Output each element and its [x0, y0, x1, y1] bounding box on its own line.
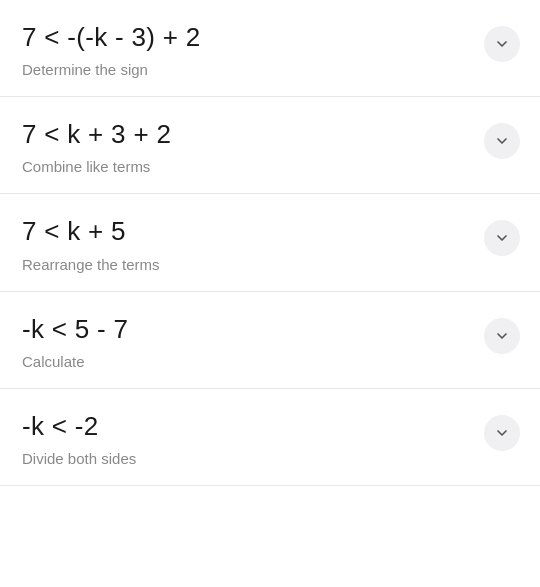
step-equation-5: -k < -2	[22, 411, 484, 442]
steps-container: 7 < -(-k - 3) + 2Determine the sign7 < k…	[0, 0, 540, 486]
chevron-down-icon	[494, 36, 510, 52]
step-equation-2: 7 < k + 3 + 2	[22, 119, 484, 150]
step-content-2: 7 < k + 3 + 2Combine like terms	[22, 119, 484, 175]
chevron-button-4[interactable]	[484, 318, 520, 354]
step-label-3: Rearrange the terms	[22, 256, 484, 273]
step-label-1: Determine the sign	[22, 61, 484, 78]
step-equation-1: 7 < -(-k - 3) + 2	[22, 22, 484, 53]
chevron-down-icon	[494, 133, 510, 149]
step-item-4: -k < 5 - 7Calculate	[0, 292, 540, 389]
chevron-down-icon	[494, 425, 510, 441]
step-equation-3: 7 < k + 5	[22, 216, 484, 247]
chevron-button-5[interactable]	[484, 415, 520, 451]
step-item-1: 7 < -(-k - 3) + 2Determine the sign	[0, 0, 540, 97]
step-content-1: 7 < -(-k - 3) + 2Determine the sign	[22, 22, 484, 78]
step-equation-4: -k < 5 - 7	[22, 314, 484, 345]
step-content-5: -k < -2Divide both sides	[22, 411, 484, 467]
step-content-4: -k < 5 - 7Calculate	[22, 314, 484, 370]
chevron-down-icon	[494, 328, 510, 344]
step-item-2: 7 < k + 3 + 2Combine like terms	[0, 97, 540, 194]
step-item-5: -k < -2Divide both sides	[0, 389, 540, 486]
chevron-button-2[interactable]	[484, 123, 520, 159]
step-item-3: 7 < k + 5Rearrange the terms	[0, 194, 540, 291]
step-label-2: Combine like terms	[22, 158, 484, 175]
step-content-3: 7 < k + 5Rearrange the terms	[22, 216, 484, 272]
chevron-down-icon	[494, 230, 510, 246]
step-label-5: Divide both sides	[22, 450, 484, 467]
chevron-button-1[interactable]	[484, 26, 520, 62]
chevron-button-3[interactable]	[484, 220, 520, 256]
step-label-4: Calculate	[22, 353, 484, 370]
